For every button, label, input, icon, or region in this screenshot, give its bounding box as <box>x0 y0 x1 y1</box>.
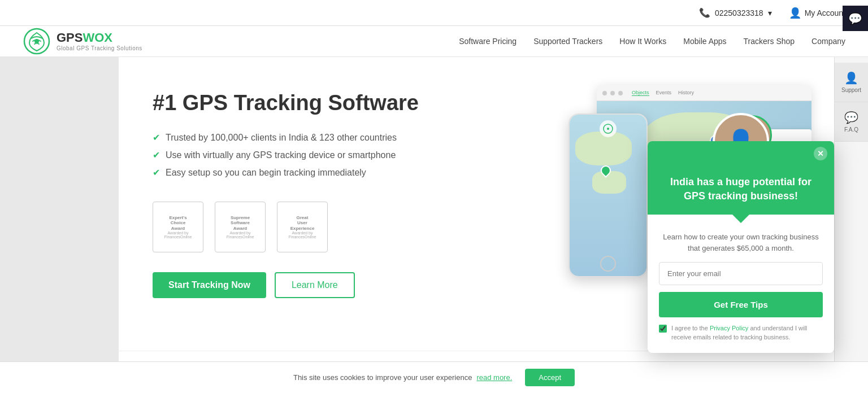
check-icon-1: ✔ <box>153 132 160 143</box>
start-tracking-button[interactable]: Start Tracking Now <box>153 272 266 298</box>
account-label: My Account <box>805 8 845 18</box>
award-2: SupremeSoftwareAward Awarded by Finances… <box>215 202 266 252</box>
logo-text: GPSWOX Global GPS Tracking Solutions <box>57 31 142 51</box>
corner-widget[interactable]: 💬 <box>843 6 868 31</box>
modal-consent-checkbox[interactable] <box>659 325 667 333</box>
nav-mobile-apps[interactable]: Mobile Apps <box>683 34 726 49</box>
account-icon: 👤 <box>789 7 801 19</box>
my-account-button[interactable]: 👤 My Account <box>789 7 845 19</box>
browser-dot-2 <box>610 91 615 95</box>
logo-icon <box>23 27 51 55</box>
phone-icon: 📞 <box>699 7 710 18</box>
modal-triangle <box>732 215 749 223</box>
nav-company[interactable]: Company <box>811 34 845 49</box>
phone-number-area[interactable]: 📞 02250323318 ▾ <box>699 7 772 18</box>
corner-widget-icon: 💬 <box>848 12 862 25</box>
phone-home-button <box>600 256 616 272</box>
phone-number: 02250323318 <box>715 8 763 18</box>
check-icon-3: ✔ <box>153 167 160 178</box>
cookie-read-more-link[interactable]: read more. <box>476 373 512 382</box>
phone-screen <box>570 115 646 276</box>
modal-privacy-link[interactable]: Privacy Policy <box>710 325 748 331</box>
cookie-accept-button[interactable]: Accept <box>525 369 575 386</box>
main-navigation: Software Pricing Supported Trackers How … <box>459 34 845 49</box>
map-tab-events[interactable]: Events <box>656 90 672 96</box>
left-sidebar <box>0 57 119 393</box>
modal-header-rest: has a huge potential for GPS tracking bu… <box>684 176 811 202</box>
faq-icon: 💬 <box>844 111 858 124</box>
learn-more-button[interactable]: Learn More <box>275 272 355 298</box>
phone-dropdown-icon[interactable]: ▾ <box>768 8 772 18</box>
logo-link[interactable]: GPSWOX Global GPS Tracking Solutions <box>23 27 142 55</box>
nav-trackers-shop[interactable]: Trackers Shop <box>744 34 795 49</box>
modal-checkbox-text1: I agree to the <box>671 325 710 331</box>
phone-mockup <box>568 113 648 277</box>
support-icon: 👤 <box>844 71 858 85</box>
nav-how-it-works[interactable]: How It Works <box>619 34 666 49</box>
modal-header-text: India has a huge potential for GPS track… <box>659 175 823 203</box>
map-tab-objects[interactable]: Objects <box>632 90 649 96</box>
modal-body: Learn how to create your own tracking bu… <box>648 223 834 353</box>
map-tabs: Objects Events History <box>632 90 694 96</box>
modal-email-input[interactable] <box>659 262 823 285</box>
right-sidebar: 👤 Support 💬 F.A.Q <box>834 57 868 393</box>
phone-logo <box>600 120 617 137</box>
map-tab-history[interactable]: History <box>678 90 694 96</box>
lead-capture-modal: 👤 ✕ India has a huge potential for GPS t… <box>648 141 834 353</box>
modal-header: ✕ India has a huge potential for GPS tra… <box>648 141 834 215</box>
cookie-bar: This site uses cookies to improve your u… <box>0 361 868 393</box>
modal-description: Learn how to create your own tracking bu… <box>659 232 823 254</box>
cookie-message: This site uses cookies to improve your u… <box>293 373 472 382</box>
modal-checkbox-row: I agree to the Privacy Policy and unders… <box>659 324 823 342</box>
modal-close-button[interactable]: ✕ <box>814 147 827 160</box>
award-1: Expert'sChoiceAward Awarded by FinancesO… <box>153 202 203 252</box>
main-header: GPSWOX Global GPS Tracking Solutions Sof… <box>0 26 868 57</box>
top-bar: 📞 02250323318 ▾ 👤 My Account <box>0 0 868 26</box>
modal-submit-button[interactable]: Get Free Tips <box>659 292 823 317</box>
logo-tagline: Global GPS Tracking Solutions <box>57 45 142 51</box>
logo-brand: GPSWOX <box>57 31 142 45</box>
award-3: GreatUserExperience Awarded by FinancesO… <box>277 202 328 252</box>
browser-dot-3 <box>618 91 623 95</box>
support-button[interactable]: 👤 Support <box>835 63 869 102</box>
nav-supported-trackers[interactable]: Supported Trackers <box>533 34 602 49</box>
map-browser-bar: Objects Events History <box>597 85 811 101</box>
browser-dot-1 <box>602 91 607 95</box>
faq-button[interactable]: 💬 F.A.Q <box>835 102 869 142</box>
nav-software-pricing[interactable]: Software Pricing <box>459 34 517 49</box>
svg-point-3 <box>607 128 609 130</box>
check-icon-2: ✔ <box>153 150 160 160</box>
